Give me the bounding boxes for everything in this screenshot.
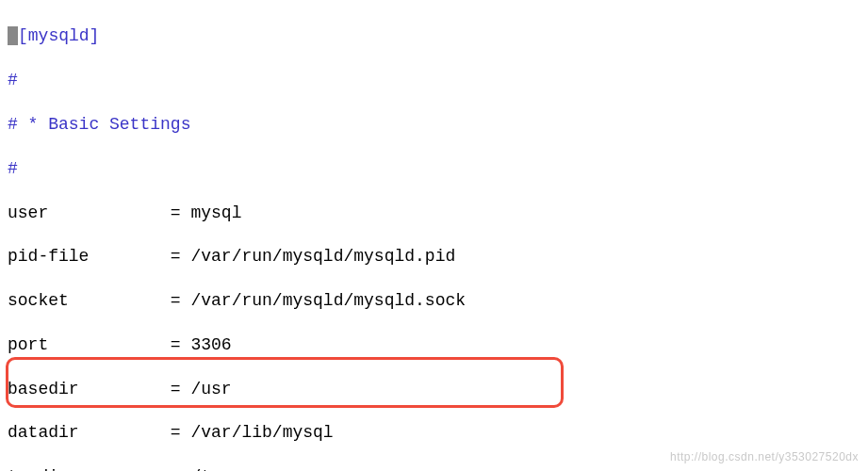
comment-line: # (8, 70, 860, 91)
setting-port: port = 3306 (8, 334, 860, 356)
setting-socket: socket = /var/run/mysqld/mysqld.sock (8, 290, 860, 312)
cursor-block (8, 26, 18, 45)
setting-pid-file: pid-file = /var/run/mysqld/mysqld.pid (8, 246, 860, 268)
section-header: [mysqld] (18, 26, 99, 45)
setting-basedir: basedir = /usr (8, 379, 860, 400)
basic-settings-comment: # * Basic Settings (8, 114, 860, 136)
config-file-editor: [mysqld] # # * Basic Settings # user = m… (0, 0, 868, 471)
comment-line: # (8, 158, 860, 180)
watermark-text: http://blog.csdn.net/y353027520dx (670, 450, 859, 465)
setting-datadir: datadir = /var/lib/mysql (8, 422, 860, 444)
setting-user: user = mysql (8, 203, 860, 224)
setting-tmpdir: tmpdir = /tmp (8, 466, 860, 471)
